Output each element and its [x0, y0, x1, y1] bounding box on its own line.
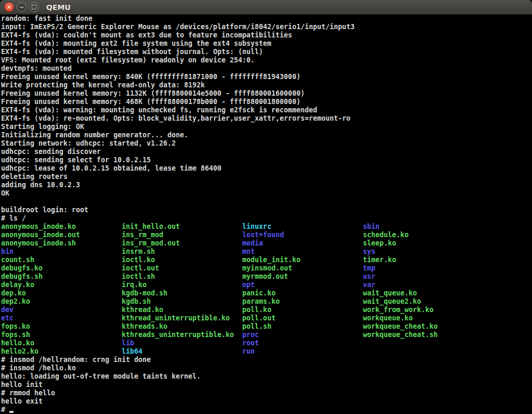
- terminal-line: hello2.ko lib64 run: [1, 347, 532, 356]
- terminal-line: EXT4-fs (vda): re-mounted. Opts: block_v…: [1, 114, 532, 123]
- terminal-line: deleting routers: [1, 173, 532, 181]
- terminal-line: buildroot login: root: [1, 206, 532, 214]
- terminal-line: dep2.ko kgdb.sh params.ko wait_queue2.ko: [1, 297, 532, 306]
- qemu-window: ✕ − QEMU random: fast init doneinput: Im…: [0, 0, 532, 414]
- terminal-line: [1, 198, 532, 206]
- terminal-line: # rmmod hello: [1, 389, 532, 397]
- terminal-line: devtmpfs: mounted: [1, 64, 532, 73]
- terminal-line: # ls /: [1, 214, 532, 223]
- terminal-line: bin insrm.sh mnt sys: [1, 248, 532, 256]
- terminal-line: debugfs.sh ioctl.sh myrmmod.out usr: [1, 273, 532, 281]
- terminal-line: Starting network: udhcpc: started, v1.26…: [1, 139, 532, 148]
- minimize-icon: −: [19, 4, 24, 10]
- terminal-line: etc kthread_uninterruptible.ko poll.out …: [1, 314, 532, 322]
- terminal-line: dev kthread.ko poll.ko work_from_work.ko: [1, 306, 532, 314]
- terminal-line: Freeing unused kernel memory: 840K (ffff…: [1, 73, 532, 81]
- terminal-line: # insmod /hellrandom: crng init done: [1, 356, 532, 364]
- terminal-line: #: [1, 406, 532, 414]
- terminal-line: anonymous_inode.out ins_rm_mod lost+foun…: [1, 231, 532, 239]
- terminal-line: Freeing unused kernel memory: 1132K (fff…: [1, 89, 532, 98]
- terminal-line: input: ImExPS/2 Generic Explorer Mouse a…: [1, 23, 532, 31]
- terminal-line: Freeing unused kernel memory: 468K (ffff…: [1, 98, 532, 106]
- close-button[interactable]: ✕: [4, 2, 14, 12]
- terminal-line: Starting logging: OK: [1, 123, 532, 131]
- terminal-line: OK: [1, 189, 532, 198]
- terminal-line: Initializing random number generator... …: [1, 131, 532, 139]
- terminal-line: adding dns 10.0.2.3: [1, 181, 532, 189]
- terminal-line: udhcpc: sending select for 10.0.2.15: [1, 156, 532, 164]
- terminal-line: dep.ko kgdb-mod.sh panic.ko wait_queue.k…: [1, 289, 532, 297]
- terminal-line: hello init: [1, 381, 532, 389]
- terminal-line: hello.ko lib root: [1, 339, 532, 347]
- minimize-button[interactable]: −: [17, 2, 26, 12]
- terminal-line: EXT4-fs (vda): mounting ext2 file system…: [1, 40, 532, 48]
- terminal-line: count.sh ioctl.ko module_init.ko timer.k…: [1, 256, 532, 264]
- terminal-line: udhcpc: sending discover: [1, 148, 532, 156]
- terminal-line: Write protecting the kernel read-only da…: [1, 81, 532, 89]
- terminal-output: random: fast init doneinput: ImExPS/2 Ge…: [1, 15, 532, 414]
- maximize-button[interactable]: [29, 2, 39, 12]
- terminal-line: EXT4-fs (vda): warning: mounting uncheck…: [1, 106, 532, 114]
- terminal-line: delay.ko irq.ko opt var: [1, 281, 532, 289]
- terminal-line: fops.ko kthreads.ko poll.sh workqueue_ch…: [1, 322, 532, 331]
- close-icon: ✕: [6, 4, 11, 10]
- terminal-line: fops.sh kthreads_uninterruptible.ko proc…: [1, 331, 532, 339]
- terminal-line: hello: loading out-of-tree module taints…: [1, 372, 532, 381]
- terminal-screen[interactable]: random: fast init doneinput: ImExPS/2 Ge…: [0, 15, 532, 414]
- terminal-line: debugfs.ko ioctl.out myinsmod.out tmp: [1, 264, 532, 273]
- titlebar[interactable]: ✕ − QEMU: [0, 0, 532, 15]
- terminal-line: udhcpc: lease of 10.0.2.15 obtained, lea…: [1, 164, 532, 173]
- terminal-line: random: fast init done: [1, 15, 532, 23]
- terminal-line: VFS: Mounted root (ext2 filesystem) read…: [1, 56, 532, 64]
- window-title: QEMU: [46, 3, 71, 11]
- terminal-line: EXT4-fs (vda): mounted filesystem withou…: [1, 48, 532, 56]
- terminal-cursor: [9, 411, 14, 413]
- terminal-line: anonymous_inode.sh ins_rm_mod.out media …: [1, 239, 532, 248]
- terminal-line: hello exit: [1, 397, 532, 406]
- terminal-line: # insmod /hello.ko: [1, 364, 532, 372]
- terminal-line: EXT4-fs (vda): couldn't mount as ext3 du…: [1, 31, 532, 40]
- terminal-line: anonymous_inode.ko init_hello.out linuxr…: [1, 223, 532, 231]
- maximize-icon: [32, 5, 36, 9]
